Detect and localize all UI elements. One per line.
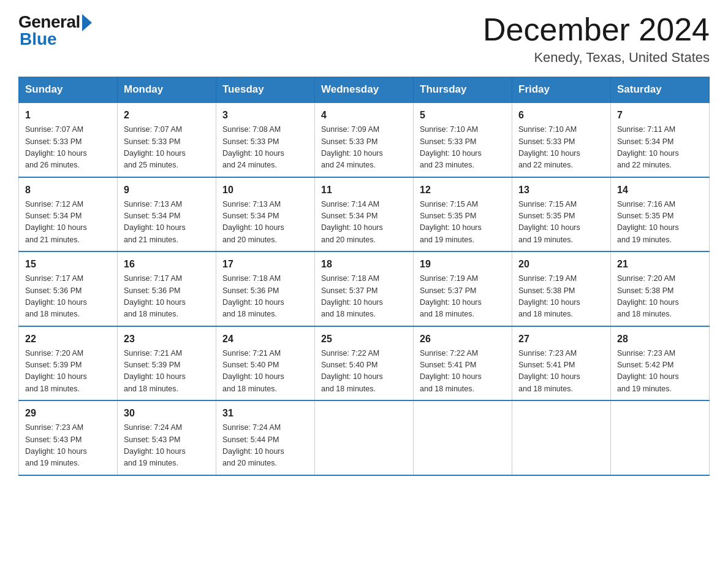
day-info: Sunrise: 7:08 AMSunset: 5:33 PMDaylight:… [222, 124, 308, 172]
day-info: Sunrise: 7:14 AMSunset: 5:34 PMDaylight:… [321, 199, 407, 247]
logo-blue-text: Blue [20, 29, 57, 49]
table-row: 18Sunrise: 7:18 AMSunset: 5:37 PMDayligh… [315, 251, 414, 326]
table-row: 2Sunrise: 7:07 AMSunset: 5:33 PMDaylight… [118, 102, 216, 177]
title-block: December 2024 Kenedy, Texas, United Stat… [483, 12, 710, 66]
day-info: Sunrise: 7:15 AMSunset: 5:35 PMDaylight:… [420, 199, 506, 247]
table-row: 26Sunrise: 7:22 AMSunset: 5:41 PMDayligh… [414, 326, 512, 401]
day-info: Sunrise: 7:18 AMSunset: 5:37 PMDaylight:… [321, 273, 407, 321]
day-info: Sunrise: 7:19 AMSunset: 5:37 PMDaylight:… [420, 273, 506, 321]
day-number: 12 [420, 183, 506, 197]
table-row: 11Sunrise: 7:14 AMSunset: 5:34 PMDayligh… [315, 177, 414, 252]
day-number: 6 [518, 108, 604, 123]
day-info: Sunrise: 7:24 AMSunset: 5:44 PMDaylight:… [222, 422, 308, 470]
table-row: 14Sunrise: 7:16 AMSunset: 5:35 PMDayligh… [611, 177, 710, 252]
day-header-wednesday: Wednesday [315, 77, 414, 103]
table-row [512, 400, 611, 475]
logo: General Blue [18, 12, 92, 49]
day-info: Sunrise: 7:09 AMSunset: 5:33 PMDaylight:… [321, 124, 407, 172]
calendar-table: SundayMondayTuesdayWednesdayThursdayFrid… [18, 77, 710, 476]
day-info: Sunrise: 7:13 AMSunset: 5:34 PMDaylight:… [222, 199, 308, 247]
day-info: Sunrise: 7:22 AMSunset: 5:41 PMDaylight:… [420, 348, 506, 396]
table-row: 1Sunrise: 7:07 AMSunset: 5:33 PMDaylight… [19, 102, 118, 177]
day-header-monday: Monday [118, 77, 216, 103]
day-info: Sunrise: 7:23 AMSunset: 5:43 PMDaylight:… [25, 422, 111, 470]
day-number: 15 [25, 257, 111, 272]
day-number: 25 [321, 332, 407, 347]
day-info: Sunrise: 7:10 AMSunset: 5:33 PMDaylight:… [420, 124, 506, 172]
day-header-thursday: Thursday [414, 77, 512, 103]
table-row: 27Sunrise: 7:23 AMSunset: 5:41 PMDayligh… [512, 326, 611, 401]
day-header-sunday: Sunday [19, 77, 118, 103]
day-number: 11 [321, 183, 407, 197]
day-info: Sunrise: 7:20 AMSunset: 5:39 PMDaylight:… [25, 348, 111, 396]
day-number: 26 [420, 332, 506, 347]
day-number: 13 [518, 183, 604, 197]
day-info: Sunrise: 7:11 AMSunset: 5:34 PMDaylight:… [617, 124, 703, 172]
table-row: 13Sunrise: 7:15 AMSunset: 5:35 PMDayligh… [512, 177, 611, 252]
day-info: Sunrise: 7:21 AMSunset: 5:39 PMDaylight:… [124, 348, 210, 396]
day-number: 18 [321, 257, 407, 272]
day-number: 30 [124, 406, 210, 421]
day-number: 8 [25, 183, 111, 197]
table-row: 8Sunrise: 7:12 AMSunset: 5:34 PMDaylight… [19, 177, 118, 252]
table-row: 17Sunrise: 7:18 AMSunset: 5:36 PMDayligh… [216, 251, 315, 326]
day-info: Sunrise: 7:24 AMSunset: 5:43 PMDaylight:… [124, 422, 210, 470]
table-row: 12Sunrise: 7:15 AMSunset: 5:35 PMDayligh… [414, 177, 512, 252]
calendar-week-5: 29Sunrise: 7:23 AMSunset: 5:43 PMDayligh… [19, 400, 710, 475]
day-number: 1 [25, 108, 111, 123]
table-row: 22Sunrise: 7:20 AMSunset: 5:39 PMDayligh… [19, 326, 118, 401]
day-info: Sunrise: 7:16 AMSunset: 5:35 PMDaylight:… [617, 199, 703, 247]
day-info: Sunrise: 7:18 AMSunset: 5:36 PMDaylight:… [222, 273, 308, 321]
calendar-week-3: 15Sunrise: 7:17 AMSunset: 5:36 PMDayligh… [19, 251, 710, 326]
table-row: 30Sunrise: 7:24 AMSunset: 5:43 PMDayligh… [118, 400, 216, 475]
day-number: 17 [222, 257, 308, 272]
table-row: 16Sunrise: 7:17 AMSunset: 5:36 PMDayligh… [118, 251, 216, 326]
day-number: 3 [222, 108, 308, 123]
table-row: 15Sunrise: 7:17 AMSunset: 5:36 PMDayligh… [19, 251, 118, 326]
table-row: 10Sunrise: 7:13 AMSunset: 5:34 PMDayligh… [216, 177, 315, 252]
days-of-week-row: SundayMondayTuesdayWednesdayThursdayFrid… [19, 77, 710, 103]
table-row [414, 400, 512, 475]
day-number: 24 [222, 332, 308, 347]
day-number: 14 [617, 183, 703, 197]
table-row: 28Sunrise: 7:23 AMSunset: 5:42 PMDayligh… [611, 326, 710, 401]
day-info: Sunrise: 7:07 AMSunset: 5:33 PMDaylight:… [25, 124, 111, 172]
logo-arrow-icon [82, 14, 92, 31]
day-number: 16 [124, 257, 210, 272]
day-number: 19 [420, 257, 506, 272]
table-row: 7Sunrise: 7:11 AMSunset: 5:34 PMDaylight… [611, 102, 710, 177]
day-number: 9 [124, 183, 210, 197]
day-number: 21 [617, 257, 703, 272]
day-number: 20 [518, 257, 604, 272]
day-number: 7 [617, 108, 703, 123]
day-number: 28 [617, 332, 703, 347]
day-info: Sunrise: 7:13 AMSunset: 5:34 PMDaylight:… [124, 199, 210, 247]
day-header-friday: Friday [512, 77, 611, 103]
day-info: Sunrise: 7:19 AMSunset: 5:38 PMDaylight:… [518, 273, 604, 321]
location-subtitle: Kenedy, Texas, United States [483, 50, 710, 66]
day-header-tuesday: Tuesday [216, 77, 315, 103]
table-row: 20Sunrise: 7:19 AMSunset: 5:38 PMDayligh… [512, 251, 611, 326]
table-row: 25Sunrise: 7:22 AMSunset: 5:40 PMDayligh… [315, 326, 414, 401]
day-info: Sunrise: 7:21 AMSunset: 5:40 PMDaylight:… [222, 348, 308, 396]
table-row [611, 400, 710, 475]
table-row: 24Sunrise: 7:21 AMSunset: 5:40 PMDayligh… [216, 326, 315, 401]
day-info: Sunrise: 7:15 AMSunset: 5:35 PMDaylight:… [518, 199, 604, 247]
day-info: Sunrise: 7:23 AMSunset: 5:42 PMDaylight:… [617, 348, 703, 396]
table-row: 21Sunrise: 7:20 AMSunset: 5:38 PMDayligh… [611, 251, 710, 326]
table-row: 4Sunrise: 7:09 AMSunset: 5:33 PMDaylight… [315, 102, 414, 177]
day-number: 29 [25, 406, 111, 421]
day-number: 27 [518, 332, 604, 347]
calendar-header: SundayMondayTuesdayWednesdayThursdayFrid… [19, 77, 710, 103]
calendar-week-2: 8Sunrise: 7:12 AMSunset: 5:34 PMDaylight… [19, 177, 710, 252]
day-number: 10 [222, 183, 308, 197]
table-row: 3Sunrise: 7:08 AMSunset: 5:33 PMDaylight… [216, 102, 315, 177]
calendar-week-1: 1Sunrise: 7:07 AMSunset: 5:33 PMDaylight… [19, 102, 710, 177]
table-row [315, 400, 414, 475]
table-row: 31Sunrise: 7:24 AMSunset: 5:44 PMDayligh… [216, 400, 315, 475]
day-number: 31 [222, 406, 308, 421]
day-info: Sunrise: 7:17 AMSunset: 5:36 PMDaylight:… [124, 273, 210, 321]
table-row: 5Sunrise: 7:10 AMSunset: 5:33 PMDaylight… [414, 102, 512, 177]
day-info: Sunrise: 7:12 AMSunset: 5:34 PMDaylight:… [25, 199, 111, 247]
table-row: 9Sunrise: 7:13 AMSunset: 5:34 PMDaylight… [118, 177, 216, 252]
